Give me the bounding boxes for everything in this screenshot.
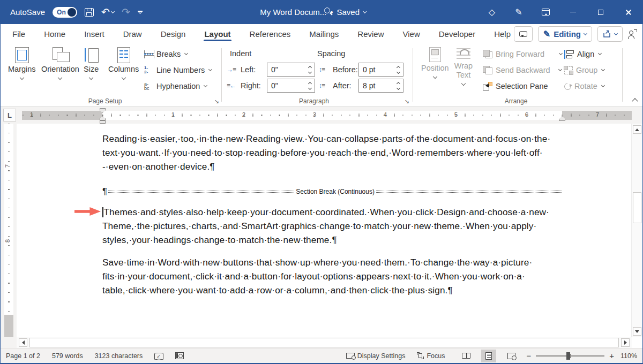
hyphenation-button[interactable]: a-bc Hyphenation xyxy=(144,80,207,92)
comments-button[interactable] xyxy=(514,26,533,42)
tab-mailings[interactable]: Mailings xyxy=(309,25,339,43)
tab-stop-selector[interactable]: L xyxy=(3,109,16,122)
close-button[interactable] xyxy=(615,0,642,24)
focus-button[interactable]: Focus xyxy=(417,352,445,360)
collapse-ribbon-chevron-icon[interactable] xyxy=(632,98,638,104)
horizontal-scroll-thumb[interactable] xyxy=(29,338,619,347)
tab-developer[interactable]: Developer xyxy=(438,25,476,43)
tab-view[interactable]: View xyxy=(402,25,421,43)
size-button[interactable]: Size xyxy=(84,47,99,79)
tab-references[interactable]: References xyxy=(249,25,291,43)
proofing-status-icon[interactable]: ✓ xyxy=(154,353,163,359)
vertical-scrollbar[interactable] xyxy=(631,124,642,337)
customize-quick-access-button[interactable] xyxy=(138,11,143,13)
indent-left-stepper[interactable] xyxy=(305,63,315,76)
selection-pane-label: Selection Pane xyxy=(496,82,548,90)
spin-down-icon[interactable] xyxy=(308,70,312,73)
display-settings-button[interactable]: Display Settings xyxy=(346,352,406,360)
spin-down-icon[interactable] xyxy=(397,70,400,73)
paragraph-dialog-launcher[interactable]: ↘ xyxy=(403,97,410,105)
horizontal-ruler: 1 1 2 3 4 5 6 7 xyxy=(22,111,632,120)
tab-insert[interactable]: Insert xyxy=(84,25,105,43)
tab-review[interactable]: Review xyxy=(357,25,384,43)
save-icon[interactable] xyxy=(85,8,94,17)
scroll-down-button[interactable] xyxy=(633,327,641,336)
spin-up-icon[interactable] xyxy=(308,65,312,69)
undo-chevron-icon[interactable] xyxy=(111,9,115,13)
columns-label: Columns xyxy=(108,65,139,74)
spacing-after-stepper[interactable] xyxy=(394,79,403,92)
margins-button[interactable]: Margins xyxy=(8,47,36,79)
spacing-before-value[interactable]: 0 pt xyxy=(359,65,394,74)
tab-design[interactable]: Design xyxy=(160,25,186,43)
read-mode-button[interactable] xyxy=(459,350,474,362)
word-count[interactable]: 579 words xyxy=(52,352,83,360)
web-layout-button[interactable] xyxy=(504,350,519,362)
vertical-ruler: 7 8 xyxy=(4,124,13,337)
zoom-level[interactable]: 110% xyxy=(619,352,637,360)
share-button[interactable] xyxy=(597,26,623,42)
indent-right-icon: ≡← xyxy=(227,82,237,89)
page-indicator[interactable]: Page 1 of 2 xyxy=(6,352,40,360)
search-icon[interactable] xyxy=(324,7,330,13)
spin-up-icon[interactable] xyxy=(397,81,400,85)
selection-pane-button[interactable]: Selection Pane xyxy=(483,80,548,92)
spacing-before-stepper[interactable] xyxy=(394,63,403,76)
zoom-in-button[interactable]: + xyxy=(609,351,614,360)
share-icon xyxy=(603,30,611,38)
ruler-number: 6 xyxy=(525,111,528,118)
spacing-after-input[interactable]: 8 pt xyxy=(358,79,403,93)
zoom-out-button[interactable]: − xyxy=(526,351,531,360)
group-separator xyxy=(622,48,623,102)
title-chevron-icon[interactable] xyxy=(363,9,367,13)
tab-help[interactable]: Help xyxy=(494,25,511,43)
character-count[interactable]: 3123 characters xyxy=(95,352,143,360)
people-presence-icon[interactable] xyxy=(628,31,635,37)
undo-button[interactable]: ↶ xyxy=(101,7,114,17)
editing-mode-button[interactable]: ✎ Editing xyxy=(538,26,592,42)
columns-button[interactable]: Columns xyxy=(108,47,139,79)
indent-right-input[interactable]: 0" xyxy=(267,79,315,93)
zoom-slider-thumb[interactable] xyxy=(566,352,570,360)
minimize-button[interactable] xyxy=(559,0,587,24)
pen-launcher-icon[interactable]: ✎ xyxy=(505,0,532,24)
indent-left-input[interactable]: 0" xyxy=(267,63,315,77)
align-icon: ← xyxy=(564,50,574,58)
print-layout-button[interactable] xyxy=(481,350,496,362)
document-editing-area[interactable]: Reading·is·easier,·too,·in·the·new·Readi… xyxy=(17,124,632,337)
tab-file[interactable]: File xyxy=(12,25,26,43)
spin-down-icon[interactable] xyxy=(308,86,312,89)
document-title-area[interactable]: My Word Docum... • Saved xyxy=(260,0,366,24)
scroll-left-button[interactable] xyxy=(19,338,27,347)
position-label: Position xyxy=(421,64,449,73)
spacing-before-input[interactable]: 0 pt xyxy=(358,63,403,77)
tab-draw[interactable]: Draw xyxy=(123,25,143,43)
indent-right-stepper[interactable] xyxy=(305,79,315,92)
spacing-after-value[interactable]: 8 pt xyxy=(359,81,394,90)
triangle-up-icon xyxy=(635,126,639,131)
orientation-label: Orientation xyxy=(41,65,79,74)
horizontal-scrollbar[interactable] xyxy=(17,337,632,348)
align-button[interactable]: ← Align xyxy=(564,48,601,60)
spin-down-icon[interactable] xyxy=(397,86,400,89)
orientation-button[interactable]: Orientation xyxy=(41,47,79,79)
ribbon-display-options-button[interactable] xyxy=(532,0,559,24)
premium-gem-icon[interactable]: ◇ xyxy=(478,0,505,24)
tab-home[interactable]: Home xyxy=(43,25,66,43)
zoom-slider[interactable] xyxy=(536,355,604,357)
print-layout-icon xyxy=(485,352,492,360)
vertical-scroll-thumb[interactable] xyxy=(633,192,641,223)
tab-layout[interactable]: Layout xyxy=(204,25,231,43)
spin-up-icon[interactable] xyxy=(397,65,400,69)
indent-left-value[interactable]: 0" xyxy=(267,65,305,74)
autosave-toggle[interactable]: On xyxy=(53,7,77,18)
maximize-button[interactable] xyxy=(587,0,615,24)
page-setup-dialog-launcher[interactable]: ↘ xyxy=(213,97,220,105)
spin-up-icon[interactable] xyxy=(308,81,312,85)
scroll-right-button[interactable] xyxy=(621,338,630,347)
macro-recording-icon[interactable] xyxy=(175,352,184,359)
scroll-up-button[interactable] xyxy=(633,125,641,134)
indent-right-value[interactable]: 0" xyxy=(267,81,305,90)
line-numbers-button[interactable]: 1-2- Line Numbers xyxy=(144,64,212,76)
breaks-button[interactable]: Breaks xyxy=(144,48,188,60)
